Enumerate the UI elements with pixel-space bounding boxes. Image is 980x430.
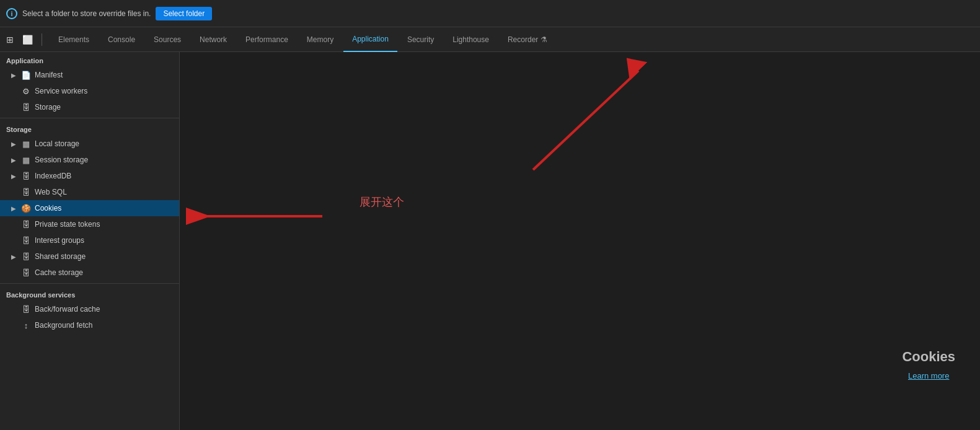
back-forward-cache-label: Back/forward cache (35, 305, 100, 314)
sidebar-item-interest-groups[interactable]: ▶ 🗄 Interest groups (0, 232, 179, 248)
local-storage-label: Local storage (35, 139, 79, 148)
shst-expand-arrow: ▶ (10, 253, 17, 260)
sidebar-section-background-services: Background services (0, 286, 179, 301)
sidebar-section-storage: Storage (0, 121, 179, 136)
sidebar-item-back-forward-cache[interactable]: ▶ 🗄 Back/forward cache (0, 301, 179, 317)
sidebar-item-cookies[interactable]: ▶ 🍪 Cookies (0, 200, 179, 216)
tab-elements[interactable]: Elements (50, 27, 98, 52)
cookies-panel: Cookies Learn more (902, 349, 955, 380)
background-fetch-icon: ↕ (21, 321, 31, 330)
tab-recorder[interactable]: Recorder ⚗ (499, 27, 556, 52)
sidebar-item-private-state-tokens[interactable]: ▶ 🗄 Private state tokens (0, 216, 179, 232)
tab-security[interactable]: Security (399, 27, 443, 52)
learn-more-link[interactable]: Learn more (908, 371, 949, 380)
tab-application[interactable]: Application (343, 27, 397, 52)
storage-app-label: Storage (35, 103, 61, 112)
manifest-expand-arrow: ▶ (10, 71, 17, 79)
tab-lighthouse[interactable]: Lighthouse (444, 27, 498, 52)
service-workers-icon: ⚙ (21, 87, 31, 96)
sidebar-item-web-sql[interactable]: ▶ 🗄 Web SQL (0, 184, 179, 200)
session-storage-label: Session storage (35, 156, 88, 164)
cookies-expand-arrow: ▶ (10, 204, 17, 212)
ls-expand-arrow: ▶ (10, 140, 17, 147)
session-storage-icon: ▦ (21, 156, 31, 165)
cookies-label: Cookies (35, 204, 61, 213)
manifest-label: Manifest (35, 71, 63, 79)
svg-line-3 (533, 71, 638, 170)
sidebar-item-storage-app[interactable]: ▶ 🗄 Storage (0, 99, 179, 115)
sidebar-item-manifest[interactable]: ▶ 📄 Manifest (0, 67, 179, 83)
storage-app-icon: 🗄 (21, 103, 31, 112)
sidebar: Application ▶ 📄 Manifest ▶ ⚙ Service wor… (0, 52, 180, 430)
sidebar-item-session-storage[interactable]: ▶ ▦ Session storage (0, 152, 179, 168)
indexeddb-label: IndexedDB (35, 172, 71, 180)
sidebar-item-shared-storage[interactable]: ▶ 🗄 Shared storage (0, 248, 179, 265)
manifest-icon: 📄 (21, 71, 31, 80)
shared-storage-label: Shared storage (35, 252, 86, 261)
tabs-bar: ⊞ ⬜ Elements Console Sources Network Per… (0, 27, 980, 52)
sidebar-divider-2 (0, 283, 179, 284)
main-area: Application ▶ 📄 Manifest ▶ ⚙ Service wor… (0, 52, 980, 430)
info-bar-text: Select a folder to store override files … (22, 9, 151, 18)
info-bar: i Select a folder to store override file… (0, 0, 980, 27)
private-state-tokens-label: Private state tokens (35, 220, 100, 229)
idb-expand-arrow: ▶ (10, 172, 17, 180)
tab-sources[interactable]: Sources (145, 27, 190, 52)
interest-groups-label: Interest groups (35, 236, 84, 245)
sidebar-item-background-fetch[interactable]: ▶ ↕ Background fetch (0, 317, 179, 333)
tab-memory[interactable]: Memory (298, 27, 342, 52)
shared-storage-icon: 🗄 (21, 252, 31, 261)
back-forward-cache-icon: 🗄 (21, 305, 31, 314)
tab-performance[interactable]: Performance (237, 27, 297, 52)
select-folder-button[interactable]: Select folder (156, 7, 212, 20)
private-state-tokens-icon: 🗄 (21, 220, 31, 229)
sidebar-item-local-storage[interactable]: ▶ ▦ Local storage (0, 136, 179, 152)
indexeddb-icon: 🗄 (21, 172, 31, 181)
annotation-text: 展开这个 (360, 195, 404, 209)
cookies-panel-title: Cookies (902, 349, 955, 365)
sidebar-divider-1 (0, 118, 179, 118)
cache-storage-icon: 🗄 (21, 268, 31, 278)
web-sql-icon: 🗄 (21, 188, 31, 197)
interest-groups-icon: 🗄 (21, 236, 31, 245)
web-sql-label: Web SQL (35, 188, 67, 196)
service-workers-label: Service workers (35, 87, 87, 95)
local-storage-icon: ▦ (21, 139, 31, 149)
sidebar-item-indexeddb[interactable]: ▶ 🗄 IndexedDB (0, 168, 179, 184)
cache-storage-label: Cache storage (35, 268, 83, 277)
sidebar-item-cache-storage[interactable]: ▶ 🗄 Cache storage (0, 265, 179, 281)
arrows-overlay (180, 52, 980, 430)
undock-icon[interactable]: ⬜ (20, 33, 35, 46)
dock-icon[interactable]: ⊞ (4, 33, 16, 46)
cookies-icon: 🍪 (21, 204, 31, 213)
sidebar-section-application: Application (0, 52, 179, 67)
content-area: 展开这个 Cookies Learn more (180, 52, 980, 430)
tab-console[interactable]: Console (99, 27, 144, 52)
background-fetch-label: Background fetch (35, 321, 92, 330)
info-icon: i (6, 8, 17, 19)
ss-expand-arrow: ▶ (10, 156, 17, 164)
tab-network[interactable]: Network (191, 27, 236, 52)
sidebar-item-service-workers[interactable]: ▶ ⚙ Service workers (0, 83, 179, 99)
toolbar-icons: ⊞ ⬜ (4, 33, 42, 46)
